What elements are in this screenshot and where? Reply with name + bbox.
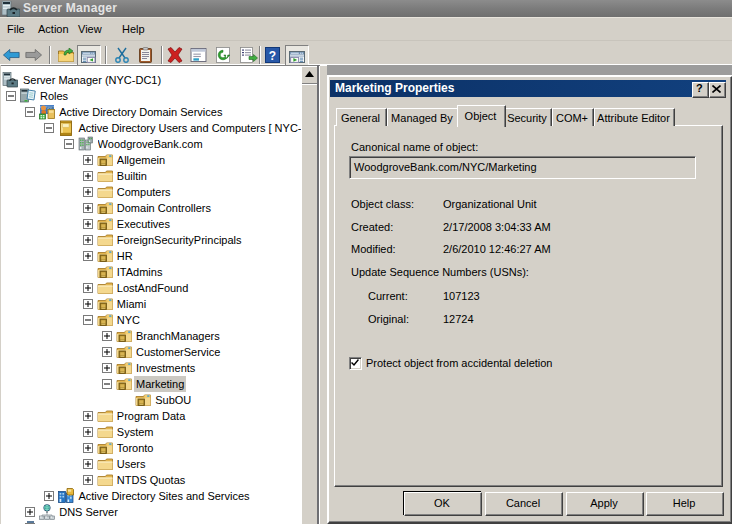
svg-text:?: ? (269, 49, 276, 63)
